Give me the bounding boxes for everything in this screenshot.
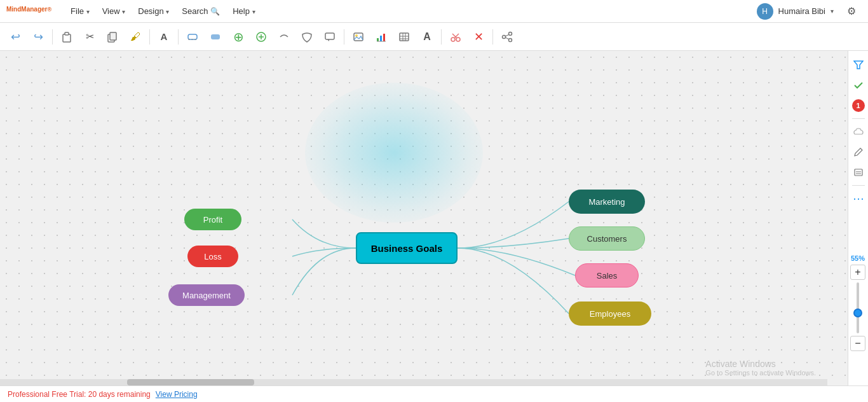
- svg-line-31: [506, 38, 509, 39]
- image-insert-button[interactable]: [348, 27, 369, 47]
- node-marketing[interactable]: Marketing: [569, 190, 645, 214]
- trial-text: Professional Free Trial: 20 days remaini…: [8, 390, 151, 399]
- edit-icon[interactable]: [850, 143, 867, 161]
- callout-button[interactable]: [320, 27, 340, 47]
- check-icon[interactable]: [850, 76, 867, 94]
- zoom-area: 55% + −: [848, 254, 868, 351]
- svg-rect-0: [63, 34, 71, 42]
- cloud-icon[interactable]: [850, 123, 867, 141]
- app-trademark: ®: [47, 6, 51, 13]
- svg-rect-1: [65, 32, 69, 35]
- settings-button[interactable]: ⚙: [841, 1, 862, 22]
- node-sales[interactable]: Sales: [575, 263, 639, 288]
- menu-design[interactable]: Design ▾: [132, 4, 175, 18]
- redo-button[interactable]: ↪: [28, 27, 48, 47]
- menu-file[interactable]: File ▾: [64, 4, 96, 18]
- toolbar-separator-3: [178, 29, 179, 45]
- ms365-icon[interactable]: 1: [850, 97, 867, 114]
- menu-bar: MindManager® File ▾ View ▾ Design ▾ Sear…: [0, 0, 868, 23]
- user-area: H Humaira Bibi ▾ ⚙: [757, 1, 862, 22]
- svg-rect-16: [383, 34, 385, 41]
- undo-button[interactable]: ↩: [5, 27, 25, 47]
- toolbar-separator-6: [492, 29, 493, 45]
- user-avatar: H: [757, 3, 773, 20]
- menu-search[interactable]: Search 🔍: [175, 4, 226, 18]
- add-topic-button[interactable]: ⊕: [228, 27, 248, 47]
- status-bar: Professional Free Trial: 20 days remaini…: [0, 385, 868, 402]
- sidebar-separator-2: [852, 185, 865, 186]
- add-subtopic-button[interactable]: [251, 27, 271, 47]
- svg-rect-6: [211, 34, 220, 39]
- svg-rect-10: [325, 33, 334, 39]
- filter-icon[interactable]: [850, 56, 867, 74]
- zoom-thumb[interactable]: [853, 308, 862, 317]
- user-name: Humaira Bibi: [778, 6, 825, 16]
- user-dropdown-chevron[interactable]: ▾: [831, 8, 834, 15]
- table-button[interactable]: [394, 27, 414, 47]
- delete-button[interactable]: ✕: [468, 27, 489, 47]
- text-box-button[interactable]: A: [417, 27, 437, 47]
- more-icon[interactable]: ⋯: [850, 190, 867, 207]
- scroll-thumb[interactable]: [127, 379, 254, 385]
- font-button[interactable]: A: [154, 27, 174, 47]
- scissors-tool-button[interactable]: [445, 27, 466, 47]
- svg-rect-4: [188, 34, 197, 39]
- cut-button[interactable]: ✂: [79, 27, 100, 47]
- list-icon[interactable]: [850, 163, 867, 181]
- zoom-track[interactable]: [857, 282, 859, 333]
- svg-rect-15: [380, 36, 382, 41]
- zoom-in-button[interactable]: +: [850, 265, 865, 280]
- svg-rect-18: [400, 33, 409, 41]
- pricing-link[interactable]: View Pricing: [156, 390, 198, 399]
- node-employees[interactable]: Employees: [569, 302, 651, 326]
- svg-marker-11: [327, 39, 329, 41]
- main-area: Business Goals Profit Loss Management Ma…: [0, 51, 868, 402]
- format-painter-button[interactable]: 🖌: [125, 27, 146, 47]
- mind-map-canvas[interactable]: Business Goals Profit Loss Management Ma…: [0, 51, 848, 402]
- app-name: MindManager: [6, 6, 47, 13]
- svg-point-29: [509, 38, 512, 41]
- boundary-button[interactable]: [297, 27, 317, 47]
- toolbar-separator-4: [344, 29, 344, 45]
- svg-rect-3: [110, 32, 116, 40]
- toolbar: ↩ ↪ ✂ 🖌 A ⊕ A ✕: [0, 23, 868, 51]
- right-sidebar: 1 ⋯ 55% + −: [848, 51, 868, 402]
- paste-button[interactable]: [57, 27, 77, 47]
- menu-view[interactable]: View ▾: [96, 4, 132, 18]
- node-management[interactable]: Management: [168, 284, 245, 306]
- svg-point-27: [509, 32, 512, 35]
- zoom-level-label: 55%: [851, 254, 865, 262]
- chart-button[interactable]: [371, 27, 391, 47]
- toolbar-separator-2: [149, 29, 150, 45]
- svg-rect-14: [377, 38, 379, 41]
- node-profit[interactable]: Profit: [184, 209, 241, 230]
- svg-rect-33: [855, 169, 862, 176]
- svg-marker-32: [854, 61, 863, 69]
- toolbar-separator-5: [441, 29, 442, 45]
- svg-line-30: [506, 34, 509, 36]
- svg-point-28: [503, 35, 506, 38]
- share-button[interactable]: [497, 27, 517, 47]
- sidebar-separator-1: [852, 118, 865, 119]
- canvas-background-blur: [305, 83, 483, 223]
- menu-help[interactable]: Help ▾: [226, 4, 261, 18]
- node-loss[interactable]: Loss: [187, 246, 238, 267]
- connections-svg: [0, 51, 848, 402]
- topic-shape-button[interactable]: [205, 27, 226, 47]
- horizontal-scrollbar[interactable]: [0, 379, 827, 385]
- activate-windows-notice: Activate Windows Go to Settings to activ…: [705, 359, 816, 377]
- zoom-out-button[interactable]: −: [850, 336, 865, 351]
- topic-style-button[interactable]: [182, 27, 203, 47]
- node-central[interactable]: Business Goals: [356, 232, 458, 264]
- toolbar-separator-1: [52, 29, 53, 45]
- node-customers[interactable]: Customers: [569, 226, 645, 251]
- app-logo: MindManager®: [6, 6, 51, 17]
- copy-button[interactable]: [102, 27, 123, 47]
- relationship-button[interactable]: [274, 27, 294, 47]
